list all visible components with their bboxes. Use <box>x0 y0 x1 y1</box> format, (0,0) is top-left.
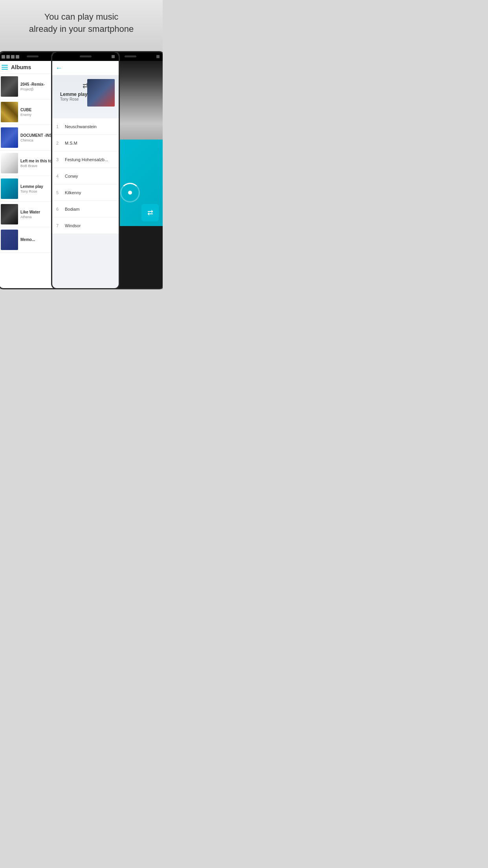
status-icon-lock <box>11 55 15 59</box>
track-number: 6 <box>56 207 62 211</box>
track-number: 1 <box>56 124 62 129</box>
track-title: Kilkenny <box>65 190 81 195</box>
track-title: Festung Hohensalzb... <box>65 157 108 162</box>
status-icon-photo <box>2 55 5 59</box>
albums-title: Albums <box>11 64 31 70</box>
track-number: 7 <box>56 223 62 228</box>
album-thumbnail <box>1 230 18 250</box>
album-thumbnail <box>1 178 18 199</box>
status-bar-center <box>52 52 119 61</box>
phone-center: ← ⇄ Lemme play Tony Rose 1 Neuschwanstei… <box>51 51 120 289</box>
header-section: You can play music already in your smart… <box>0 0 163 51</box>
track-title: Conwy <box>65 174 78 178</box>
album-thumbnail <box>1 76 18 97</box>
progress-circle <box>120 183 140 202</box>
album-section: ⇄ Lemme play Tony Rose <box>52 75 119 118</box>
track-title: Neuschwanstein <box>65 124 97 129</box>
repeat-button[interactable]: ⇄ <box>141 204 159 221</box>
center-toolbar: ← <box>52 61 119 75</box>
track-item[interactable]: 2 M.S.M <box>52 135 119 151</box>
track-item[interactable]: 1 Neuschwanstein <box>52 118 119 135</box>
album-thumbnail <box>1 127 18 148</box>
status-icon-android <box>16 55 19 59</box>
track-number: 4 <box>56 174 62 178</box>
track-item[interactable]: 6 Bodiam <box>52 201 119 217</box>
status-icon-usb <box>6 55 10 59</box>
track-number: 2 <box>56 141 62 145</box>
track-title: Bodiam <box>65 207 79 211</box>
phones-container: Albums 2045 -Remix- Projectβ CUBE Enemy <box>0 51 163 289</box>
track-item[interactable]: 5 Kilkenny <box>52 184 119 201</box>
header-title: You can play music already in your smart… <box>8 11 155 35</box>
status-icon <box>112 55 115 58</box>
album-thumbnail <box>1 153 18 173</box>
repeat-icon: ⇄ <box>147 208 153 217</box>
progress-dot <box>128 191 132 195</box>
album-thumbnail <box>1 204 18 224</box>
track-artist: Tony Rose <box>60 97 87 101</box>
track-item[interactable]: 4 Conwy <box>52 168 119 184</box>
track-item[interactable]: 7 Windsor <box>52 217 119 234</box>
back-button[interactable]: ← <box>55 64 62 72</box>
track-name: Lemme play <box>60 92 87 97</box>
track-title: M.S.M <box>65 141 77 145</box>
album-art <box>87 79 115 107</box>
track-number: 5 <box>56 190 62 195</box>
hamburger-icon[interactable] <box>2 65 8 70</box>
track-item[interactable]: 3 Festung Hohensalzb... <box>52 151 119 168</box>
track-info: Lemme play Tony Rose <box>60 92 87 101</box>
album-thumbnail <box>1 102 18 122</box>
track-list: 1 Neuschwanstein 2 M.S.M 3 Festung Hohen… <box>52 118 119 234</box>
status-icon <box>156 55 160 58</box>
track-number: 3 <box>56 157 62 162</box>
track-title: Windsor <box>65 223 81 228</box>
